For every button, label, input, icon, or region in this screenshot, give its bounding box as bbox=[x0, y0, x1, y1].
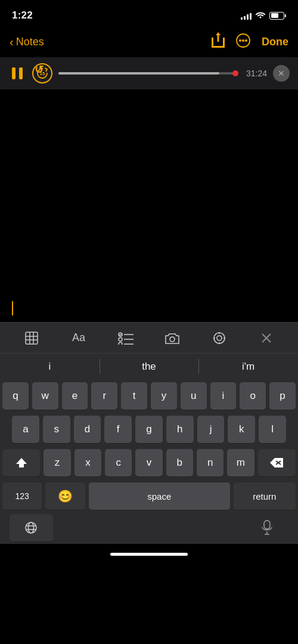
key-delete[interactable] bbox=[258, 449, 296, 476]
back-label: Notes bbox=[16, 36, 44, 48]
pause-button[interactable] bbox=[8, 64, 26, 82]
key-microphone[interactable] bbox=[245, 514, 288, 541]
svg-point-17 bbox=[170, 337, 175, 342]
autocomplete-item-2[interactable]: the bbox=[100, 354, 199, 379]
status-icons bbox=[241, 10, 286, 21]
keyboard-row-2: a s d f g h j k l bbox=[0, 413, 298, 446]
keyboard-toolbar: Aa bbox=[0, 322, 298, 353]
key-i[interactable]: i bbox=[210, 382, 237, 410]
chevron-left-icon: ‹ bbox=[10, 35, 14, 49]
key-v[interactable]: v bbox=[135, 449, 162, 476]
spacer bbox=[57, 514, 242, 541]
key-shift[interactable] bbox=[2, 449, 40, 476]
toolbar-close-button[interactable] bbox=[256, 327, 277, 349]
svg-point-1 bbox=[240, 40, 241, 41]
note-content-area[interactable] bbox=[0, 89, 298, 322]
audio-player-bar: 15 31:24 ✕ bbox=[0, 57, 298, 89]
key-return[interactable]: return bbox=[234, 482, 296, 510]
key-l[interactable]: l bbox=[259, 416, 286, 443]
autocomplete-item-1[interactable]: i bbox=[0, 354, 100, 379]
key-f[interactable]: f bbox=[104, 416, 132, 443]
key-a[interactable]: a bbox=[12, 416, 39, 443]
key-k[interactable]: k bbox=[228, 416, 255, 443]
svg-point-29 bbox=[26, 522, 36, 533]
key-x[interactable]: x bbox=[74, 449, 101, 476]
sketch-button[interactable] bbox=[209, 327, 230, 349]
key-p[interactable]: p bbox=[269, 382, 296, 410]
key-h[interactable]: h bbox=[166, 416, 194, 443]
key-d[interactable]: d bbox=[74, 416, 101, 443]
key-o[interactable]: o bbox=[240, 382, 266, 410]
key-numbers[interactable]: 123 bbox=[2, 482, 42, 510]
keyboard-row-4: 123 😊 space return bbox=[0, 479, 298, 513]
keyboard-row-5 bbox=[0, 513, 298, 544]
key-n[interactable]: n bbox=[197, 449, 224, 476]
svg-rect-4 bbox=[12, 67, 15, 79]
keyboard-row-3: z x c v b n m bbox=[0, 446, 298, 479]
key-e[interactable]: e bbox=[62, 382, 88, 410]
text-format-label: Aa bbox=[72, 332, 85, 344]
home-bar bbox=[110, 553, 188, 556]
checklist-button[interactable] bbox=[115, 327, 136, 349]
home-indicator-area bbox=[0, 544, 298, 564]
key-r[interactable]: r bbox=[91, 382, 117, 410]
status-bar: 1:22 bbox=[0, 0, 298, 26]
rewind-button[interactable]: 15 bbox=[32, 63, 52, 83]
autocomplete-item-3[interactable]: i'm bbox=[198, 354, 298, 379]
audio-close-button[interactable]: ✕ bbox=[273, 65, 290, 82]
rewind-icon: 15 bbox=[33, 64, 51, 82]
keyboard-row-1: q w e r t y u i o p bbox=[0, 379, 298, 413]
key-q[interactable]: q bbox=[2, 382, 29, 410]
svg-rect-6 bbox=[26, 332, 38, 344]
audio-progress[interactable] bbox=[58, 72, 237, 75]
svg-point-15 bbox=[119, 342, 122, 345]
key-u[interactable]: u bbox=[181, 382, 207, 410]
camera-button[interactable] bbox=[162, 327, 183, 349]
svg-marker-26 bbox=[16, 458, 27, 467]
text-format-button[interactable]: Aa bbox=[68, 327, 89, 349]
signal-icon bbox=[241, 11, 252, 20]
key-space[interactable]: space bbox=[89, 482, 230, 510]
battery-icon bbox=[269, 12, 286, 20]
svg-rect-33 bbox=[264, 521, 270, 529]
key-z[interactable]: z bbox=[44, 449, 70, 476]
status-time: 1:22 bbox=[12, 10, 33, 21]
key-b[interactable]: b bbox=[166, 449, 193, 476]
nav-bar: ‹ Notes Done bbox=[0, 26, 298, 57]
key-c[interactable]: c bbox=[105, 449, 132, 476]
progress-thumb bbox=[232, 70, 238, 76]
svg-point-2 bbox=[243, 40, 244, 41]
key-globe[interactable] bbox=[10, 514, 53, 541]
autocomplete-bar: i the i'm bbox=[0, 353, 298, 379]
progress-track bbox=[58, 72, 237, 75]
svg-rect-5 bbox=[19, 67, 23, 79]
key-m[interactable]: m bbox=[227, 449, 254, 476]
keyboard: q w e r t y u i o p a s d f g h j k l z … bbox=[0, 379, 298, 544]
text-cursor bbox=[12, 301, 13, 315]
done-button[interactable]: Done bbox=[262, 36, 288, 48]
key-emoji[interactable]: 😊 bbox=[45, 482, 85, 510]
key-w[interactable]: w bbox=[32, 382, 58, 410]
more-icon[interactable] bbox=[235, 33, 251, 51]
svg-point-30 bbox=[29, 522, 34, 533]
svg-point-19 bbox=[217, 336, 222, 340]
progress-fill bbox=[58, 72, 219, 75]
key-j[interactable]: j bbox=[197, 416, 225, 443]
wifi-icon bbox=[255, 10, 266, 21]
back-button[interactable]: ‹ Notes bbox=[10, 35, 44, 49]
svg-point-18 bbox=[214, 333, 225, 343]
key-t[interactable]: t bbox=[121, 382, 147, 410]
share-icon[interactable] bbox=[212, 32, 225, 51]
svg-point-13 bbox=[119, 338, 122, 341]
key-s[interactable]: s bbox=[43, 416, 70, 443]
key-y[interactable]: y bbox=[151, 382, 177, 410]
nav-actions: Done bbox=[212, 32, 288, 51]
key-g[interactable]: g bbox=[135, 416, 163, 443]
svg-point-3 bbox=[246, 40, 247, 41]
grid-table-button[interactable] bbox=[21, 327, 42, 349]
audio-time: 31:24 bbox=[243, 69, 267, 78]
